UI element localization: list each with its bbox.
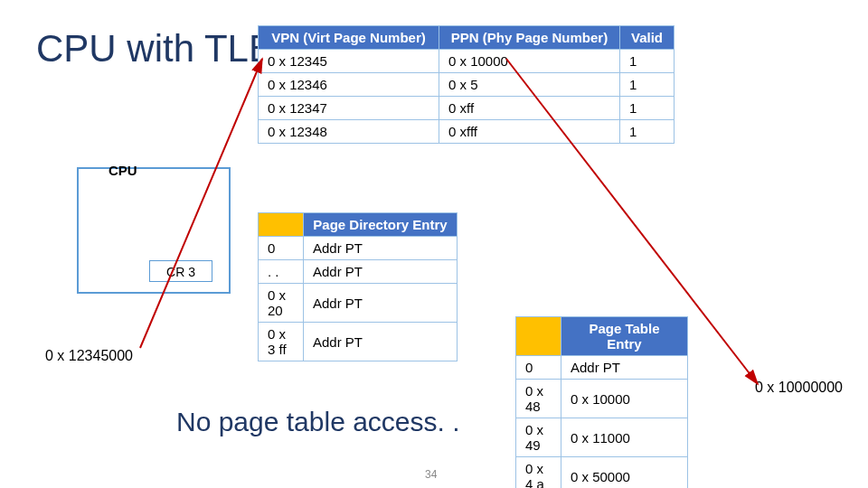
table-row: 0 x 4 a0 x 50000 xyxy=(516,457,688,489)
pte-header: Page Table Entry xyxy=(561,317,688,356)
table-row: . .Addr PT xyxy=(259,260,458,284)
pte-table: Page Table Entry 0Addr PT 0 x 480 x 1000… xyxy=(515,316,688,488)
pde-table: Page Directory Entry 0Addr PT . .Addr PT… xyxy=(258,212,458,361)
table-row: 0 x 123470 xff1 xyxy=(259,97,675,120)
table-row: 0 x 123480 xfff1 xyxy=(259,120,675,144)
table-row: 0 x 490 x 11000 xyxy=(516,418,688,457)
table-row: 0 x 123450 x 100001 xyxy=(259,50,675,73)
tlb-header-ppn: PPN (Phy Page Number) xyxy=(439,26,620,50)
pte-blank-header xyxy=(516,317,561,356)
pde-header: Page Directory Entry xyxy=(304,213,458,237)
table-row: 0Addr PT xyxy=(259,237,458,260)
tlb-header-valid: Valid xyxy=(620,26,675,50)
cr3-register: CR 3 xyxy=(149,260,212,282)
table-row: 0 x 20Addr PT xyxy=(259,284,458,323)
table-row: 0Addr PT xyxy=(516,356,688,380)
result-physical-address: 0 x 10000000 xyxy=(755,380,843,396)
pde-blank-header xyxy=(259,213,304,237)
tlb-table: VPN (Virt Page Number) PPN (Phy Page Num… xyxy=(258,25,675,144)
virtual-address: 0 x 12345000 xyxy=(45,348,133,364)
page-title: CPU with TLB xyxy=(36,27,274,70)
table-row: 0 x 3 ffAddr PT xyxy=(259,323,458,361)
page-number: 34 xyxy=(425,468,437,481)
cpu-label: CPU xyxy=(108,163,137,178)
no-page-table-access-text: No page table access. . xyxy=(176,407,460,437)
table-row: 0 x 480 x 10000 xyxy=(516,380,688,418)
table-row: 0 x 123460 x 51 xyxy=(259,73,675,97)
tlb-header-vpn: VPN (Virt Page Number) xyxy=(259,26,439,50)
